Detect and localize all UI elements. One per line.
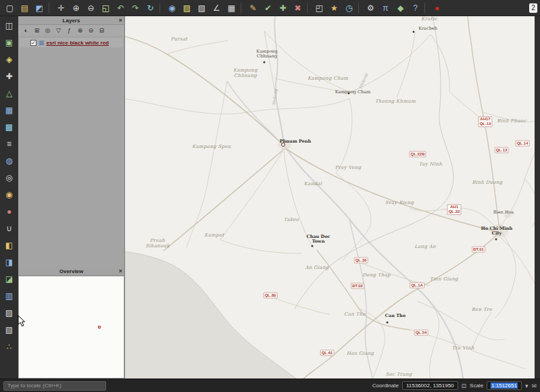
right-dock-strip (535, 16, 540, 378)
left-dock: Layers × ◐⊞◎▽ƒ⊕⊖⊟ ✓ ▦ esri nice black wh… (18, 16, 125, 378)
add-delimited-text-icon[interactable]: ≡ (2, 137, 17, 151)
refresh-map-icon[interactable]: ↻ (143, 1, 157, 15)
extents-toggle-icon[interactable]: ⊡ (462, 383, 467, 389)
layer-row[interactable]: ✓ ▦ esri nice black white red (20, 38, 123, 47)
zoom-in-icon[interactable]: ⊕ (69, 1, 83, 15)
add-point-cloud-layer-icon[interactable]: ∴ (2, 339, 17, 354)
zoom-out-icon[interactable]: ⊖ (84, 1, 98, 15)
map-canvas[interactable]: PursatKampong ChhnangKampong ChamThoung … (125, 16, 535, 378)
top-toolbar-icons: ▢▤◩✛⊕⊖◱↶↷↻◉▨▧∠▦✎✔✚✖◰★◷⚙π◆?● (3, 0, 444, 16)
overview-panel: Overview × (18, 267, 124, 378)
python-console-icon[interactable]: π (378, 1, 393, 15)
add-wcs-layer-icon[interactable]: ◨ (2, 255, 17, 270)
attribute-table-icon[interactable]: ▦ (224, 1, 239, 15)
layer-visibility-checkbox[interactable]: ✓ (30, 40, 36, 46)
processing-toolbox-icon[interactable]: ⚙ (364, 1, 378, 15)
new-map-view-icon[interactable]: ◰ (312, 1, 326, 15)
add-mesh-layer-icon[interactable]: ▩ (2, 120, 17, 134)
add-mssql-layer-icon[interactable]: ◉ (2, 187, 17, 202)
new-shapefile-layer-icon[interactable]: ◈ (2, 52, 17, 67)
layers-panel-title: Layers (63, 18, 80, 24)
bookmarks-icon[interactable]: ★ (327, 1, 341, 15)
add-spatialite-layer-icon[interactable]: ◎ (2, 170, 17, 185)
collapse-all-icon[interactable]: ⊖ (87, 26, 95, 35)
scale-combo[interactable]: 1:1512651 (487, 381, 522, 390)
overview-panel-title: Overview (59, 268, 84, 274)
open-project-icon[interactable]: ▤ (18, 1, 32, 15)
layer-name[interactable]: esri nice black white red (47, 40, 109, 46)
manage-map-themes-icon[interactable]: ◎ (43, 26, 52, 35)
add-vector-layer-icon[interactable]: △ (2, 86, 17, 101)
filter-legend-icon[interactable]: ▽ (54, 26, 63, 35)
add-feature-icon[interactable]: ✚ (276, 1, 290, 15)
data-source-manager-icon[interactable]: ◫ (2, 18, 17, 33)
toolbar-icon (159, 3, 163, 14)
qgis-window: ▢▤◩✛⊕⊖◱↶↷↻◉▨▧∠▦✎✔✚✖◰★◷⚙π◆?● 2 ◫▣◈✚△▦▩≡◍◎… (0, 0, 540, 392)
add-virtual-layer-icon[interactable]: ∪ (2, 221, 17, 236)
layer-list: ✓ ▦ esri nice black white red (18, 36, 124, 267)
locate-input[interactable] (3, 381, 106, 391)
layers-panel-header: Layers × (18, 16, 124, 25)
toolbar-icon (49, 3, 52, 14)
messages-icon[interactable]: ✉ (531, 383, 537, 389)
add-raster-layer-icon[interactable]: ▦ (2, 103, 17, 118)
scale-dropdown-icon[interactable]: ▾ (525, 383, 529, 389)
manage-layers-toolbar: ◫▣◈✚△▦▩≡◍◎◉●∪◧◨◪▥▨▧∴ (0, 16, 18, 378)
add-wfs-layer-icon[interactable]: ◪ (2, 272, 17, 287)
main-area: ◫▣◈✚△▦▩≡◍◎◉●∪◧◨◪▥▨▧∴ Layers × ◐⊞◎▽ƒ⊕⊖⊟ ✓… (0, 16, 540, 378)
overview-panel-header: Overview × (18, 267, 124, 276)
overview-map[interactable] (19, 276, 124, 378)
filter-expression-icon[interactable]: ƒ (65, 26, 74, 35)
remove-layer-icon[interactable]: ⊟ (97, 26, 106, 35)
toolbar-count-badge: 2 (529, 3, 537, 13)
select-features-icon[interactable]: ▨ (180, 1, 194, 15)
toolbar-icon (307, 3, 310, 14)
red-circle-icon[interactable]: ● (430, 1, 444, 15)
close-icon[interactable]: × (119, 267, 122, 276)
zoom-last-icon[interactable]: ↶ (114, 1, 128, 15)
identify-features-icon[interactable]: ◉ (165, 1, 179, 15)
save-edits-icon[interactable]: ✔ (261, 1, 275, 15)
add-oracle-layer-icon[interactable]: ● (2, 204, 17, 219)
toolbar-icon (424, 3, 428, 14)
scale-label: Scale (470, 383, 483, 389)
layers-panel: Layers × ◐⊞◎▽ƒ⊕⊖⊟ ✓ ▦ esri nice black wh… (18, 16, 124, 267)
add-vector-tile-layer-icon[interactable]: ▨ (2, 305, 17, 320)
open-layer-styling-icon[interactable]: ◐ (22, 26, 30, 35)
add-postgis-layer-icon[interactable]: ◍ (2, 153, 17, 168)
save-project-icon[interactable]: ◩ (32, 1, 47, 15)
raster-layer-icon: ▦ (39, 39, 45, 46)
toolbar-icon (358, 3, 362, 14)
new-project-icon[interactable]: ▢ (3, 1, 17, 15)
deselect-features-icon[interactable]: ▧ (195, 1, 209, 15)
help-icon[interactable]: ? (408, 1, 422, 15)
close-icon[interactable]: × (119, 16, 122, 25)
map-tiles (125, 16, 535, 378)
pan-map-icon[interactable]: ✛ (54, 1, 68, 15)
zoom-next-icon[interactable]: ↷ (128, 1, 143, 15)
new-scratch-layer-icon[interactable]: ✚ (2, 69, 17, 84)
zoom-full-icon[interactable]: ◱ (99, 1, 113, 15)
layers-panel-toolbar: ◐⊞◎▽ƒ⊕⊖⊟ (18, 25, 124, 36)
coordinate-label: Coordinate (372, 383, 399, 389)
add-group-icon[interactable]: ⊞ (32, 26, 41, 35)
temporal-controller-icon[interactable]: ◷ (342, 1, 356, 15)
expand-all-icon[interactable]: ⊕ (76, 26, 84, 35)
add-wms-layer-icon[interactable]: ◧ (2, 238, 17, 253)
delete-selected-icon[interactable]: ✖ (291, 1, 305, 15)
status-bar: Coordinate 11536002, 1351950 ⊡ Scale 1:1… (0, 378, 540, 392)
plugin-manager-icon[interactable]: ◆ (393, 1, 408, 15)
scale-value[interactable]: 1:1512651 (491, 383, 518, 389)
add-arcgis-layer-icon[interactable]: ▥ (2, 289, 17, 303)
toggle-editing-icon[interactable]: ✎ (246, 1, 260, 15)
overview-extent-marker (98, 326, 101, 328)
measure-icon[interactable]: ∠ (210, 1, 224, 15)
new-geopackage-layer-icon[interactable]: ▣ (2, 35, 17, 50)
toolbar-icon (241, 3, 244, 14)
coordinate-value[interactable]: 11536002, 1351950 (402, 381, 458, 390)
top-toolbar: ▢▤◩✛⊕⊖◱↶↷↻◉▨▧∠▦✎✔✚✖◰★◷⚙π◆?● 2 (0, 0, 540, 16)
add-xyz-layer-icon[interactable]: ▧ (2, 322, 17, 337)
